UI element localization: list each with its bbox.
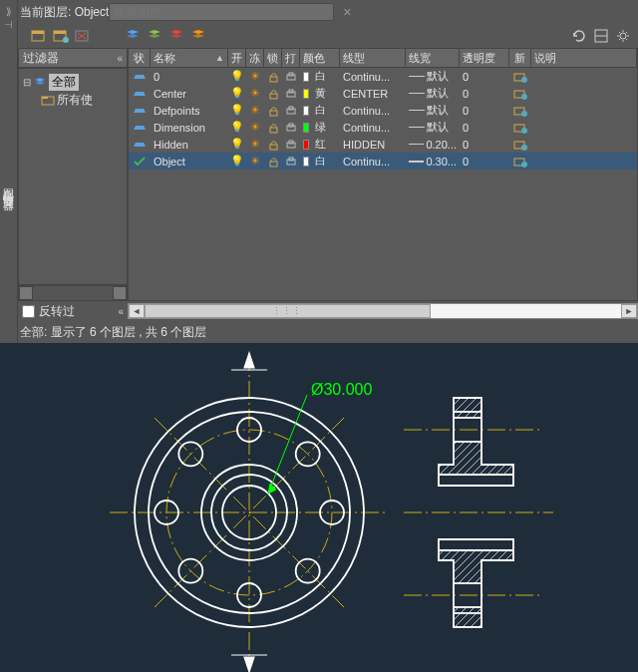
color-name[interactable]: 红 — [312, 137, 340, 152]
lock-toggle[interactable] — [264, 139, 282, 151]
plot-toggle[interactable] — [282, 88, 300, 100]
plot-toggle[interactable] — [282, 156, 300, 168]
col-lineweight[interactable]: 线宽 — [406, 49, 460, 67]
scroll-right-button[interactable]: ► — [621, 304, 637, 318]
lock-toggle[interactable] — [264, 156, 282, 168]
color-name[interactable]: 绿 — [312, 120, 340, 135]
scroll-right-button[interactable] — [113, 286, 127, 300]
new-layer-button[interactable] — [30, 27, 48, 45]
newvp-icon[interactable] — [509, 88, 531, 100]
settings-button[interactable] — [614, 27, 632, 45]
newvp-icon[interactable] — [509, 71, 531, 83]
col-newvp[interactable]: 新 — [509, 49, 531, 67]
layer-row[interactable]: Hidden💡☀红HIDDEN0.20...0 — [129, 136, 637, 153]
close-icon[interactable]: × — [338, 3, 356, 21]
tree-toggle-icon[interactable]: ⊟ — [21, 77, 33, 88]
col-name[interactable]: 名称▲ — [151, 49, 228, 67]
color-name[interactable]: 白 — [312, 69, 340, 84]
layer-group-button[interactable] — [167, 27, 185, 45]
scroll-left-button[interactable]: ◄ — [129, 304, 145, 318]
freeze-toggle[interactable]: ☀ — [246, 87, 264, 100]
color-swatch[interactable] — [300, 140, 312, 150]
new-layer-frozen-button[interactable] — [52, 27, 70, 45]
layer-row[interactable]: Center💡☀黄CENTER默认0 — [129, 85, 637, 102]
lock-toggle[interactable] — [264, 88, 282, 100]
freeze-toggle[interactable]: ☀ — [246, 104, 264, 117]
col-plot[interactable]: 打 — [282, 49, 300, 67]
freeze-toggle[interactable]: ☀ — [246, 70, 264, 83]
lock-toggle[interactable] — [264, 122, 282, 134]
lineweight-cell[interactable]: 0.30... — [406, 156, 460, 168]
freeze-toggle[interactable]: ☀ — [246, 121, 264, 134]
color-swatch[interactable] — [300, 123, 312, 133]
color-swatch[interactable] — [300, 72, 312, 82]
plot-toggle[interactable] — [282, 71, 300, 83]
scroll-thumb[interactable]: ⋮⋮⋮ — [145, 304, 431, 318]
lock-toggle[interactable] — [264, 105, 282, 117]
on-toggle[interactable]: 💡 — [228, 104, 246, 117]
color-swatch[interactable] — [300, 157, 312, 167]
newvp-icon[interactable] — [509, 122, 531, 134]
freeze-toggle[interactable]: ☀ — [246, 138, 264, 151]
col-status[interactable]: 状 — [129, 49, 151, 67]
layer-name[interactable]: Center — [151, 88, 228, 100]
layer-filter-button[interactable] — [146, 27, 163, 45]
linetype-cell[interactable]: CENTER — [340, 88, 406, 100]
drawing-canvas[interactable]: Ø30.000 — [0, 343, 638, 672]
pin-icon[interactable]: ⊣ — [4, 19, 13, 30]
search-layer-input[interactable] — [109, 3, 334, 21]
layer-row[interactable]: Defpoints💡☀白Continu...默认0 — [129, 102, 637, 119]
layer-row[interactable]: 0💡☀白Continu...默认0 — [129, 68, 637, 85]
layer-row[interactable]: Object💡☀白Continu...0.30...0 — [129, 153, 637, 169]
collapse-icon[interactable]: « — [117, 53, 123, 64]
filter-hscroll[interactable] — [18, 285, 128, 301]
collapse-icon[interactable]: « — [118, 306, 124, 317]
lineweight-cell[interactable]: 默认 — [406, 103, 460, 118]
on-toggle[interactable]: 💡 — [228, 138, 246, 151]
invert-checkbox[interactable] — [22, 305, 35, 318]
col-description[interactable]: 说明 — [531, 49, 637, 67]
layer-name[interactable]: Defpoints — [151, 105, 228, 117]
on-toggle[interactable]: 💡 — [228, 155, 246, 168]
col-color[interactable]: 颜色 — [300, 49, 340, 67]
layer-isolate-button[interactable] — [189, 27, 207, 45]
pin-icon[interactable]: ⟫ — [6, 6, 12, 17]
linetype-cell[interactable]: Continu... — [340, 156, 406, 168]
on-toggle[interactable]: 💡 — [228, 121, 246, 134]
layer-name[interactable]: 0 — [151, 71, 228, 83]
linetype-cell[interactable]: Continu... — [340, 71, 406, 83]
col-freeze[interactable]: 冻 — [246, 49, 264, 67]
plot-toggle[interactable] — [282, 139, 300, 151]
plot-toggle[interactable] — [282, 122, 300, 134]
lineweight-cell[interactable]: 0.20... — [406, 139, 460, 151]
layer-states-button[interactable] — [124, 27, 142, 45]
layer-hscroll[interactable]: ◄ ⋮⋮⋮ ► — [128, 303, 638, 319]
layer-row[interactable]: Dimension💡☀绿Continu...默认0 — [129, 119, 637, 136]
toggle-filter-button[interactable] — [592, 27, 610, 45]
col-lock[interactable]: 锁 — [264, 49, 282, 67]
linetype-cell[interactable]: Continu... — [340, 122, 406, 134]
lineweight-cell[interactable]: 默认 — [406, 86, 460, 101]
color-swatch[interactable] — [300, 89, 312, 99]
col-transparency[interactable]: 透明度 — [460, 49, 509, 67]
plot-toggle[interactable] — [282, 105, 300, 117]
on-toggle[interactable]: 💡 — [228, 87, 246, 100]
transparency-cell[interactable]: 0 — [460, 105, 509, 117]
color-name[interactable]: 白 — [312, 154, 340, 168]
linetype-cell[interactable]: Continu... — [340, 105, 406, 117]
color-swatch[interactable] — [300, 106, 312, 116]
refresh-button[interactable] — [570, 27, 588, 45]
color-name[interactable]: 白 — [312, 103, 340, 118]
newvp-icon[interactable] — [509, 139, 531, 151]
transparency-cell[interactable]: 0 — [460, 88, 509, 100]
transparency-cell[interactable]: 0 — [460, 71, 509, 83]
transparency-cell[interactable]: 0 — [460, 139, 509, 151]
delete-layer-button[interactable] — [74, 27, 92, 45]
transparency-cell[interactable]: 0 — [460, 122, 509, 134]
on-toggle[interactable]: 💡 — [228, 70, 246, 83]
scroll-track[interactable]: ⋮⋮⋮ — [145, 304, 621, 318]
scroll-track[interactable] — [33, 286, 113, 300]
tree-row-all-used[interactable]: 所有使 — [21, 91, 125, 109]
linetype-cell[interactable]: HIDDEN — [340, 139, 406, 151]
color-name[interactable]: 黄 — [312, 86, 340, 101]
